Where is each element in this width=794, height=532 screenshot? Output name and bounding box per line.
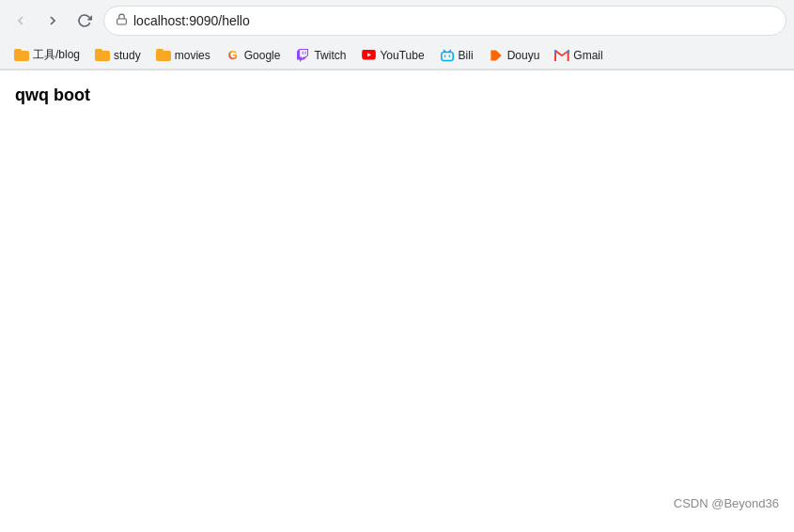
gmail-icon [554, 48, 569, 63]
bookmark-youtube[interactable]: YouTube [354, 45, 430, 66]
bookmark-label: movies [175, 49, 210, 62]
bookmark-label: Bili [459, 49, 474, 62]
bookmark-label: Google [244, 49, 281, 62]
bookmark-gmail[interactable]: Gmail [548, 45, 609, 66]
bookmark-bili[interactable]: Bili [433, 45, 480, 66]
bookmark-twitch[interactable]: Twitch [288, 45, 352, 66]
twitch-icon [295, 48, 310, 63]
back-button[interactable] [8, 8, 34, 34]
bookmark-label: YouTube [380, 49, 424, 62]
page-content: qwq boot CSDN @Beyond36 [0, 70, 794, 525]
svg-rect-0 [117, 19, 127, 24]
bookmark-label: 工具/blog [33, 47, 80, 63]
bookmarks-bar: 工具/blog study movies G Google [0, 41, 794, 70]
bookmark-label: Gmail [573, 49, 602, 62]
google-icon: G [226, 48, 241, 63]
bookmark-tools-blog[interactable]: 工具/blog [8, 44, 86, 66]
youtube-icon [361, 48, 376, 63]
folder-icon [14, 48, 29, 63]
folder-icon [156, 48, 171, 63]
bookmark-label: Twitch [314, 49, 346, 62]
forward-button[interactable] [39, 8, 66, 34]
bookmark-movies[interactable]: movies [149, 45, 217, 66]
folder-icon [95, 48, 110, 63]
bookmark-douyu[interactable]: Douyu [482, 45, 547, 66]
page-title: qwq boot [15, 86, 779, 105]
address-bar[interactable]: localhost:9090/hello [103, 6, 786, 36]
watermark: CSDN @Beyond36 [674, 496, 779, 510]
bookmark-label: Douyu [507, 49, 540, 62]
url-text: localhost:9090/hello [133, 13, 774, 28]
refresh-button[interactable] [71, 8, 98, 34]
bookmark-study[interactable]: study [88, 45, 148, 66]
browser-chrome: localhost:9090/hello 工具/blog study movie… [0, 0, 794, 70]
bookmark-google[interactable]: G Google [219, 45, 288, 66]
browser-toolbar: localhost:9090/hello [0, 0, 794, 41]
bili-icon [440, 48, 455, 63]
douyu-icon [489, 48, 504, 63]
lock-icon [116, 13, 128, 28]
bookmark-label: study [114, 49, 141, 62]
